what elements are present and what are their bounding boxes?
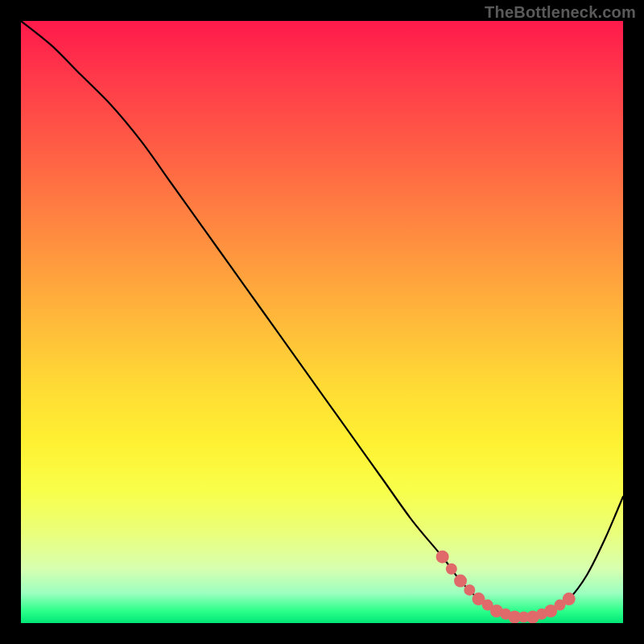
sweet-spot-dot [454,575,467,588]
chart-frame [21,21,623,623]
sweet-spot-markers [436,551,576,623]
chart-svg [21,21,623,623]
sweet-spot-dot [563,592,576,605]
attribution-text: TheBottleneck.com [485,3,636,22]
sweet-spot-dot [464,584,475,596]
sweet-spot-dot [446,564,457,575]
sweet-spot-dot [436,551,449,564]
bottleneck-curve [21,21,623,617]
